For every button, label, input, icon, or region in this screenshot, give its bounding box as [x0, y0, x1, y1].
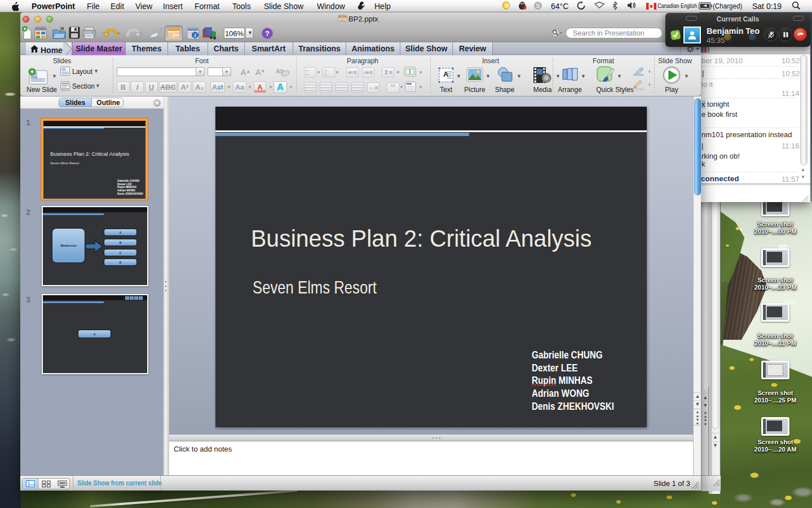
svg-text:S: S [536, 2, 540, 9]
svg-text:PPTX: PPTX [340, 16, 346, 19]
svg-text:A: A [443, 70, 449, 78]
svg-text:?: ? [265, 29, 270, 38]
